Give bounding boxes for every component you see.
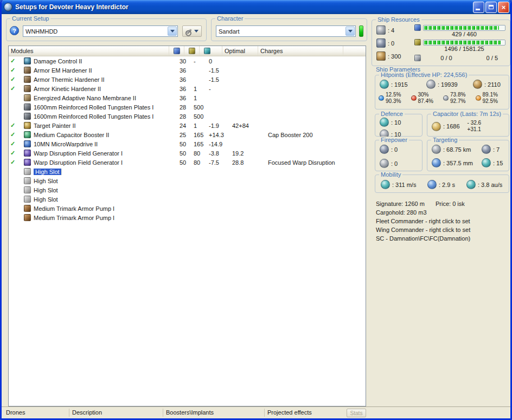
armor-hardener-icon [24, 76, 31, 83]
fitted-check-icon: ✓ [9, 122, 18, 129]
cpu-value: 28 [176, 104, 194, 111]
module-name[interactable]: High Slot [34, 178, 176, 184]
armor-icon [426, 80, 436, 89]
tab-boosters-implants[interactable]: Boosters\Implants [166, 409, 214, 416]
defence-value-1: : 10 [391, 119, 401, 126]
table-row[interactable]: ✓10MN MicroWarpdrive II50165-14.9 [9, 139, 366, 148]
current-setup-caption: Current Setup [10, 15, 50, 22]
help-button[interactable]: ? [10, 26, 19, 35]
fitted-check-icon: ✓ [9, 57, 18, 64]
cpu-column-header[interactable] [169, 46, 184, 56]
cpu-value: 36 [176, 86, 194, 92]
hardpoints-block: : 4 : 0 : 300 [376, 25, 401, 61]
filler-column-header [343, 46, 366, 56]
max-velocity-icon [381, 180, 390, 189]
launcher-hardpoints-icon [376, 38, 386, 48]
maximize-button[interactable] [485, 2, 497, 13]
character-dropdown-arrow[interactable] [345, 27, 355, 36]
charges-column-header[interactable]: Charges [258, 46, 343, 56]
mobility-group: Mobility : 311 m/s : 2.9 s : 3.8 au/s [375, 175, 509, 193]
right-panel: Ship Resources : 4 : 0 : 300 429 / 460 [370, 14, 511, 406]
modules-column-header[interactable]: Modules [9, 46, 169, 56]
module-name[interactable]: High Slot [34, 169, 176, 175]
table-row[interactable]: Medium Trimark Armor Pump I [9, 213, 366, 222]
thermal-shield-resist: 30% [418, 92, 433, 98]
table-row[interactable]: High Slot [9, 185, 366, 195]
stats-button[interactable]: Stats [347, 409, 366, 417]
window-title: Setups for Devoter Heavy Interdictor [15, 3, 472, 11]
tab-description[interactable]: Description [72, 409, 102, 416]
agility-icon [427, 180, 437, 189]
module-name[interactable]: Armor Thermic Hardener II [34, 76, 176, 83]
firepower-caption: Firepower [379, 137, 409, 143]
table-row[interactable]: ✓Armor Thermic Hardener II36-1.5 [9, 75, 366, 84]
structure-icon [473, 80, 482, 89]
shield-icon [380, 80, 389, 89]
table-row[interactable]: ✓Warp Disruption Field Generator I5080-7… [9, 158, 366, 167]
powergrid-column-header[interactable] [184, 46, 200, 56]
tab-projected-effects[interactable]: Projected effects [267, 409, 312, 416]
fleet-commander-text[interactable]: Fleet Commander - right click to set [376, 217, 470, 225]
explosive-armor-resist: 92.5% [483, 98, 498, 105]
module-name[interactable]: Medium Capacitor Booster II [34, 132, 176, 138]
table-row[interactable]: 1600mm Reinforced Rolled Tungsten Plates… [9, 112, 366, 121]
minimize-button[interactable] [473, 2, 484, 13]
tab-drones[interactable]: Drones [6, 409, 25, 416]
em-resist-icon [379, 95, 384, 101]
table-row[interactable]: ✓Medium Capacitor Booster II25165+14.3Ca… [9, 130, 366, 139]
powergrid-value: 165 [194, 141, 209, 147]
module-name[interactable]: High Slot [34, 196, 176, 203]
module-name[interactable]: 10MN MicroWarpdrive II [34, 141, 176, 147]
module-name[interactable]: Armor EM Hardener II [34, 67, 176, 74]
character-group: Character Sandart [211, 18, 367, 41]
table-row[interactable]: ✓Armor Kinetic Hardener II361- [9, 84, 366, 93]
module-name[interactable]: 1600mm Reinforced Rolled Tungsten Plates… [34, 104, 176, 111]
module-name[interactable]: Armor Kinetic Hardener II [34, 86, 176, 92]
capacitor-icon [204, 48, 210, 54]
module-name[interactable]: Target Painter II [34, 122, 176, 129]
table-row[interactable]: ✓Damage Control II30-0 [9, 56, 366, 66]
table-row[interactable]: Energized Adaptive Nano Membrane II361 [9, 93, 366, 102]
module-name[interactable]: Medium Trimark Armor Pump I [34, 205, 176, 212]
table-row[interactable]: Medium Trimark Armor Pump I [9, 204, 366, 213]
table-row[interactable]: High Slot [9, 167, 366, 176]
module-name[interactable]: Medium Trimark Armor Pump I [34, 215, 176, 221]
armor-hardener-icon [24, 67, 31, 74]
setup-combobox[interactable]: WNHMHDD [23, 25, 178, 37]
calibration-value: : 300 [388, 53, 401, 60]
warp-speed-icon [466, 180, 476, 189]
squad-commander-text[interactable]: SC - Damnation\FC\FC(Damnation) [376, 234, 470, 243]
cpu-bar-fill [424, 26, 499, 30]
table-row[interactable]: High Slot [9, 176, 366, 185]
capacitor-column-header[interactable] [200, 46, 222, 56]
close-button[interactable]: × [498, 2, 509, 13]
wing-commander-text[interactable]: Wing Commander - right click to set [376, 225, 470, 234]
setup-dropdown-arrow[interactable] [168, 27, 177, 36]
cpu-value: 50 [176, 150, 194, 157]
table-row[interactable]: ✓Armor EM Hardener II36-1.5 [9, 66, 366, 75]
module-name[interactable]: Energized Adaptive Nano Membrane II [34, 95, 176, 101]
module-name[interactable]: Damage Control II [34, 58, 176, 64]
optimal-column-header[interactable]: Optimal [222, 46, 258, 56]
module-name[interactable]: Warp Disruption Field Generator I [34, 159, 176, 166]
table-row[interactable]: ✓Warp Disruption Field Generator I5080-3… [9, 148, 366, 158]
setup-tools-button[interactable] [182, 25, 202, 37]
module-name[interactable]: Warp Disruption Field Generator I [34, 150, 176, 157]
table-row[interactable]: 1600mm Reinforced Rolled Tungsten Plates… [9, 102, 366, 112]
explosive-shield-resist: 89.1% [483, 92, 498, 98]
kinetic-armor-resist: 92.7% [450, 98, 465, 105]
armor-membrane-icon [24, 94, 31, 101]
module-name[interactable]: High Slot [34, 187, 176, 193]
module-name[interactable]: 1600mm Reinforced Rolled Tungsten Plates… [34, 113, 176, 120]
titlebar[interactable]: Setups for Devoter Heavy Interdictor × [0, 0, 512, 14]
capacitor-value: -3.8 [209, 150, 231, 157]
window-body: Current Setup ? WNHMHDD Character Sandar… [2, 14, 510, 418]
damage-control-icon [24, 57, 31, 64]
charges-value: Cap Booster 200 [267, 132, 366, 138]
cpu-bar [423, 25, 505, 31]
character-combobox[interactable]: Sandart [216, 25, 356, 37]
table-row[interactable]: ✓Target Painter II241-1.942+84 [9, 121, 366, 130]
setup-value: WNHMHDD [25, 28, 57, 35]
capacitor-value: -1.9 [209, 122, 231, 129]
table-row[interactable]: High Slot [9, 195, 366, 204]
